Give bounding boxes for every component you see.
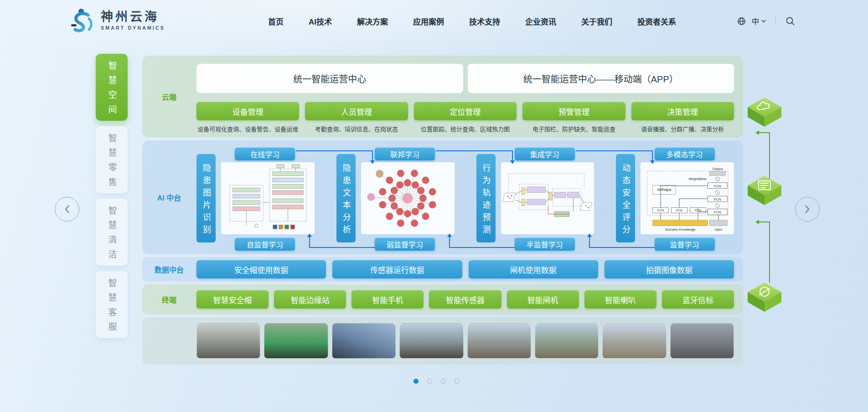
construction-photo (332, 323, 396, 359)
transformer-diagram (221, 162, 315, 234)
svg-text:FCN: FCN (676, 209, 682, 212)
desc-alert-mgmt: 电子围栏、防护缺失、智能巡查 (522, 124, 625, 133)
chip-smartphone: 智能手机 (351, 290, 424, 309)
row-label-data: 数据中台 (142, 257, 196, 282)
tab-label: 智慧客服 (106, 273, 118, 337)
carousel-next-button[interactable] (795, 197, 820, 221)
nav-item-support[interactable]: 技术支持 (469, 15, 500, 27)
nav-item-home[interactable]: 首页 (268, 15, 284, 27)
construction-photo (264, 323, 328, 359)
construction-photo (196, 323, 260, 359)
chip-semi-supervised: 半监督学习 (515, 238, 575, 251)
chip-device-mgmt: 设备管理 (196, 102, 299, 120)
svg-text:reshape: reshape (657, 187, 672, 192)
carousel-dot-3[interactable] (441, 379, 446, 384)
device-platform-icon (747, 283, 782, 314)
tab-label: 智慧清洁 (106, 200, 118, 264)
chip-smart-helmet: 智慧安全帽 (196, 290, 269, 309)
page: 神州云海 SMART DYNAMICS 首页 AI技术 解决方案 应用案例 技术… (0, 0, 868, 412)
carousel-dot-4[interactable] (455, 379, 460, 384)
connector-bottom-2 (449, 235, 515, 248)
solution-tabs: 智慧空间 智慧零售 智慧清洁 智慧客服 (96, 54, 128, 338)
header-divider (775, 17, 776, 25)
trajectory-pipeline-diagram (501, 162, 594, 234)
carousel-dot-1[interactable] (413, 379, 418, 384)
search-icon[interactable] (785, 16, 795, 26)
chip-smart-speaker: 智能喇叭 (584, 290, 656, 309)
row-label-ai: AI 中台 (142, 140, 196, 254)
chip-weak-supervised: 弱监督学习 (375, 238, 435, 251)
tab-smart-service[interactable]: 智慧客服 (96, 271, 128, 338)
fcn-diagram: Output FCN FCN FCN Weight&Bias (641, 162, 734, 234)
desc-personnel-mgmt: 考勤查询、培训信息、在岗状态 (305, 124, 408, 133)
connector-bottom-3 (589, 235, 655, 248)
row-label-cloud: 云端 (142, 56, 196, 138)
ai-platform-panel: AI 中台 在线学习 隐患图片识别 (142, 140, 743, 254)
logo[interactable]: 神州云海 SMART DYNAMICS (71, 7, 165, 34)
chevron-left-icon (64, 205, 70, 214)
desc-device-mgmt: 设备可视化查询、设备警告、设备运维 (196, 124, 299, 133)
bar-trajectory-prediction: 行为轨迹预测 (476, 154, 496, 242)
chip-online-learning: 在线学习 (235, 148, 295, 160)
desc-location-mgmt: 位置跟踪、统计查询、区域热力图 (414, 124, 517, 133)
globe-icon[interactable] (737, 17, 746, 26)
nav-item-ai-tech[interactable]: AI技术 (309, 15, 332, 27)
carousel-dot-2[interactable] (427, 379, 432, 384)
nav-item-cases[interactable]: 应用案例 (413, 15, 444, 27)
tab-smart-space[interactable]: 智慧空间 (96, 54, 128, 121)
chip-multimodal-learning: 多模态学习 (655, 148, 715, 160)
svg-text:FCN: FCN (713, 197, 721, 201)
logo-icon (71, 7, 95, 34)
nav-item-about[interactable]: 关于我们 (581, 15, 612, 27)
construction-photo (535, 323, 599, 359)
nav-item-solutions[interactable]: 解决方案 (357, 15, 388, 27)
chip-alert-mgmt: 预警管理 (522, 102, 625, 120)
tab-label: 智慧空间 (106, 55, 118, 119)
construction-photo (670, 323, 734, 359)
cloud-platform-icon (747, 98, 782, 129)
logo-text: 神州云海 SMART DYNAMICS (101, 10, 165, 31)
chip-personnel-mgmt: 人员管理 (305, 102, 408, 120)
desc-decision-mgmt: 语音播报、分群广播、决策分析 (631, 124, 734, 133)
bar-hazard-text-analysis: 隐患文本分析 (336, 154, 356, 242)
photo-strip (196, 323, 734, 359)
nav-item-news[interactable]: 企业资讯 (525, 15, 556, 27)
chip-image-data: 拍摄图像数据 (604, 260, 734, 278)
terminal-chip-row: 智慧安全帽 智能边缘站 智能手机 智能传感器 智能闸机 智能喇叭 蓝牙信标 (196, 290, 734, 309)
connector-top-3 (576, 150, 653, 162)
ops-center-box: 统一智能运营中心 (196, 64, 463, 93)
connector-top-2 (436, 150, 513, 162)
chip-helmet-data: 安全帽使用数据 (196, 260, 326, 278)
bar-dynamic-safety-score: 动态安全评分 (616, 154, 635, 242)
construction-photo (602, 323, 666, 359)
tab-smart-cleaning[interactable]: 智慧清洁 (96, 199, 128, 266)
chip-gate-data: 闸机使用数据 (469, 260, 598, 278)
bar-hazard-image-recognition: 隐患图片识别 (196, 154, 216, 242)
carousel-prev-button[interactable] (55, 197, 79, 221)
construction-photo (399, 323, 463, 359)
svg-text:Scenario Knowledge: Scenario Knowledge (665, 227, 695, 232)
svg-text:Weight&Bias: Weight&Bias (688, 177, 706, 181)
construction-photo (467, 323, 531, 359)
chip-sensor-data: 传感器运行数据 (332, 260, 462, 278)
chip-smart-sensor: 智能传感器 (429, 290, 501, 309)
chip-federated-learning: 联邦学习 (375, 148, 435, 160)
site-header: 神州云海 SMART DYNAMICS 首页 AI技术 解决方案 应用案例 技术… (0, 0, 868, 42)
svg-text:Input: Input (714, 227, 722, 232)
terminal-panel: 终端 智慧安全帽 智能边缘站 智能手机 智能传感器 智能闸机 智能喇叭 蓝牙信标 (142, 284, 743, 314)
chip-location-mgmt: 定位管理 (414, 102, 517, 120)
chip-ensemble-learning: 集成学习 (515, 148, 575, 160)
carousel-dots (413, 379, 460, 384)
header-right: 中 (737, 0, 795, 42)
chevron-right-icon (805, 205, 810, 214)
tab-smart-retail[interactable]: 智慧零售 (96, 126, 128, 193)
connector-top-1 (296, 150, 373, 162)
language-label: 中 (752, 15, 759, 26)
management-chip-row: 设备管理 人员管理 定位管理 预警管理 决策管理 (196, 102, 734, 120)
language-selector[interactable]: 中 (752, 15, 766, 26)
data-platform-panel: 数据中台 安全帽使用数据 传感器运行数据 闸机使用数据 拍摄图像数据 (142, 257, 743, 282)
nav-item-investors[interactable]: 投资者关系 (637, 15, 676, 27)
chip-edge-station: 智能边缘站 (274, 290, 346, 309)
management-desc-row: 设备可视化查询、设备警告、设备运维 考勤查询、培训信息、在岗状态 位置跟踪、统计… (196, 124, 734, 133)
ops-center-row: 统一智能运营中心 统一智能运营中心——移动端（APP） (196, 64, 734, 93)
